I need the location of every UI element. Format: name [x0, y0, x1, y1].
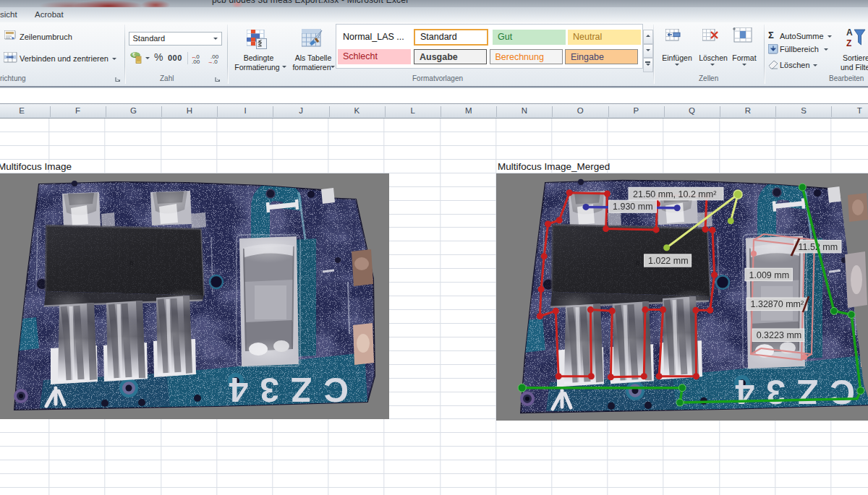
- svg-text:€: €: [132, 52, 135, 57]
- svg-text:.0: .0: [213, 59, 218, 64]
- svg-text:Z: Z: [846, 38, 851, 48]
- svg-text:0.3223 mm: 0.3223 mm: [757, 330, 802, 340]
- svg-text:.00: .00: [192, 59, 200, 64]
- svg-text:1.009 mm: 1.009 mm: [749, 270, 790, 280]
- svg-text:21.50 mm, 10.2 mm²: 21.50 mm, 10.2 mm²: [633, 189, 716, 199]
- svg-text:1.930 mm: 1.930 mm: [613, 202, 653, 212]
- svg-text:1.32870 mm²: 1.32870 mm²: [751, 299, 804, 309]
- svg-text:1.022 mm: 1.022 mm: [648, 256, 689, 266]
- svg-text:A: A: [846, 27, 853, 38]
